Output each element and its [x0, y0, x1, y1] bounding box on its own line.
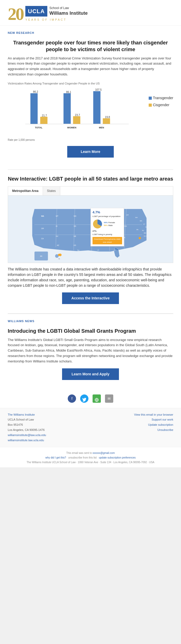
chart-container: Victimization Rates Among Transgender an…: [8, 81, 173, 142]
footer-box: Box 951476: [8, 423, 23, 426]
chart-legend: Transgender Cisgender: [149, 88, 173, 108]
svg-text:AZ: AZ: [57, 244, 59, 246]
svg-text:WA: WA: [41, 215, 44, 217]
svg-text:GA: GA: [114, 249, 117, 251]
svg-rect-1: [31, 93, 38, 124]
section-divider-1: [8, 169, 173, 170]
svg-text:MA: MA: [140, 220, 142, 222]
new-research-label: NEW RESEARCH: [0, 26, 181, 37]
svg-text:KS: KS: [74, 244, 76, 246]
facebook-icon[interactable]: f: [68, 394, 76, 403]
learn-more-button[interactable]: Learn More: [67, 146, 114, 158]
svg-text:ND: ND: [74, 215, 76, 217]
svg-text:86.2: 86.2: [33, 90, 38, 93]
svg-text:AK: AK: [40, 255, 43, 257]
access-interactive-button[interactable]: Access the Interactive: [62, 292, 119, 304]
chart-rate-note: Rate per 1,000 persons: [8, 138, 173, 142]
svg-text:TX: TX: [77, 250, 79, 251]
svg-text:OR: OR: [41, 228, 44, 229]
twitter-icon[interactable]: [80, 394, 88, 403]
interactive-section: New Interactive: LGBT people in all 50 s…: [0, 172, 181, 313]
unsubscribe-link[interactable]: Unsubscribe: [157, 428, 173, 431]
email-icon[interactable]: ✉: [105, 394, 113, 403]
footer-address-line: The Williams Institute UCLA School of La…: [5, 460, 176, 465]
svg-text:OH: OH: [124, 226, 127, 227]
footer-email2-link[interactable]: williamsinstitute.law.ucla.edu: [8, 439, 44, 442]
svg-rect-11: [93, 91, 101, 124]
svg-text:MEN: MEN: [99, 126, 104, 129]
svg-text:WOMEN: WOMEN: [67, 126, 77, 129]
map-visual: AK HI WA MT ND MN WI VT NH MA CT RI: [8, 196, 173, 263]
map-tabs: Metropolitan Area States: [8, 187, 173, 196]
footer-email-link[interactable]: xxxxxx@gmail.com: [93, 452, 115, 454]
email-wrapper: 20 UCLA School of Law Williams Institute…: [0, 0, 181, 467]
support-link[interactable]: Support our work: [152, 418, 173, 421]
school-name: School of Law Williams Institute: [49, 6, 88, 16]
svg-text:CT: CT: [143, 223, 145, 225]
svg-rect-6: [64, 93, 71, 124]
svg-text:CA: CA: [41, 238, 44, 239]
svg-text:NE: NE: [74, 236, 76, 237]
footer-columns: The Williams Institute UCLA School of La…: [8, 412, 173, 443]
svg-text:VT: VT: [126, 214, 129, 216]
svg-text:MD: MD: [144, 232, 146, 234]
learn-more-apply-button[interactable]: Learn More and Apply: [62, 368, 119, 380]
svg-text:PA: PA: [137, 229, 139, 231]
footer-sent-line: This email was sent to xxxxxx@gmail.com: [5, 451, 176, 455]
svg-text:NV: NV: [56, 236, 58, 237]
footer-bottom: This email was sent to xxxxxx@gmail.com …: [0, 447, 181, 467]
map-container: Metropolitan Area States: [8, 186, 173, 263]
svg-text:SD: SD: [74, 226, 76, 227]
williams-news-section: Introducing the LGBTI Global Small Grant…: [0, 325, 181, 389]
update-subscription-link[interactable]: Update subscription: [148, 423, 173, 426]
footer-right: View this email in your browser Support …: [134, 412, 173, 443]
research-section: Transgender people over four times more …: [0, 37, 181, 167]
footer-school: UCLA School of Law: [8, 418, 34, 421]
williams-news-headline: Introducing the LGBTI Global Small Grant…: [8, 328, 173, 334]
logo-block: UCLA School of Law Williams Institute YE…: [25, 6, 88, 22]
research-body: An analysis of the 2017 and 2018 Nationa…: [8, 56, 173, 77]
svg-text:MT: MT: [56, 215, 59, 217]
legend-box-gold: [149, 104, 152, 107]
legend-box-blue: [149, 97, 152, 100]
svg-rect-13: [103, 118, 110, 124]
website-icon[interactable]: [93, 394, 101, 403]
svg-point-63: [139, 237, 141, 239]
svg-point-64: [58, 254, 60, 256]
ucla-badge: UCLA: [25, 6, 47, 17]
anniversary-number: 20: [8, 5, 23, 23]
svg-text:NJ: NJ: [142, 230, 144, 231]
svg-rect-8: [73, 116, 80, 124]
svg-text:ID: ID: [56, 226, 58, 227]
footer-email1-link[interactable]: williamsinstitute@law.ucla.edu: [8, 433, 46, 437]
tab-metropolitan[interactable]: Metropolitan Area: [8, 187, 43, 195]
footer: The Williams Institute UCLA School of La…: [0, 408, 181, 447]
svg-text:RI: RI: [145, 226, 147, 228]
why-got-this-link[interactable]: why did I get this?: [45, 456, 66, 459]
research-headline: Transgender people over four times more …: [8, 39, 173, 53]
footer-left: The Williams Institute UCLA School of La…: [8, 412, 46, 443]
us-map-svg: AK HI WA MT ND MN WI VT NH MA CT RI: [8, 196, 173, 263]
svg-text:86.1: 86.1: [66, 91, 71, 94]
svg-text:HI: HI: [58, 258, 60, 260]
legend-cisgender: Cisgender: [149, 102, 173, 108]
svg-text:D.C.: D.C.: [144, 235, 147, 237]
view-browser-link[interactable]: View this email in your browser: [134, 413, 173, 416]
svg-text:107.5: 107.5: [95, 88, 102, 91]
update-prefs-link[interactable]: update subscription preferences: [99, 456, 135, 459]
svg-rect-3: [40, 117, 48, 124]
interactive-headline: New Interactive: LGBT people in all 50 s…: [8, 175, 173, 183]
interactive-body: The Williams Institute has created a dat…: [8, 267, 173, 288]
tab-states[interactable]: States: [43, 187, 60, 195]
footer-city: Los Angeles, CA 90095-1476: [8, 428, 45, 431]
williams-news-label: WILLIAMS NEWS: [0, 314, 181, 325]
chart-title: Victimization Rates Among Transgender an…: [8, 81, 173, 86]
footer-org-link[interactable]: The Williams Institute: [8, 413, 35, 416]
svg-text:23.7: 23.7: [75, 114, 80, 117]
legend-transgender: Transgender: [149, 95, 173, 101]
williams-news-body: The Williams Institute's Global LGBTI Sm…: [8, 337, 173, 364]
header: 20 UCLA School of Law Williams Institute…: [0, 0, 181, 26]
svg-text:LA: LA: [97, 249, 99, 251]
svg-text:21.7: 21.7: [42, 114, 47, 117]
svg-text:TOTAL: TOTAL: [35, 126, 43, 129]
